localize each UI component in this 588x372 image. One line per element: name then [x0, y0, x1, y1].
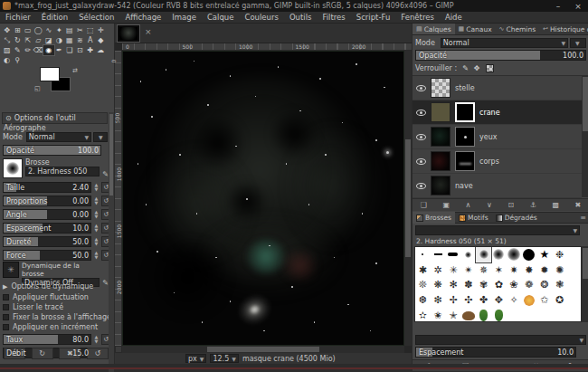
- slider-Angle[interactable]: Angle0.00 ▲▼ ↺: [3, 209, 111, 220]
- brush-swatch[interactable]: ❆: [415, 292, 431, 308]
- tool-cage[interactable]: ▦: [64, 35, 75, 45]
- spin-arrows[interactable]: ▲▼: [93, 335, 100, 344]
- layer-mode-select[interactable]: Normal▼: [441, 38, 568, 48]
- checkbox-row[interactable]: Lisser le tracé: [3, 302, 111, 312]
- slider-Dureté[interactable]: Dureté50.0 ▲▼ ↺: [3, 236, 111, 247]
- layer-thumbnail[interactable]: [431, 102, 450, 122]
- menu-item-sélection[interactable]: Sélection: [73, 13, 119, 22]
- tool-smudge[interactable]: ☁: [96, 45, 107, 55]
- spin-arrows[interactable]: ▲▼: [93, 210, 100, 219]
- new-layer-button[interactable]: ❑: [421, 201, 427, 209]
- checkbox-row[interactable]: Appliquer fluctuation: [3, 292, 111, 302]
- slider-Taux[interactable]: Taux80.0 ▲▼ ↺: [3, 334, 111, 345]
- foreground-color-swatch[interactable]: [40, 67, 60, 81]
- swap-colors-icon[interactable]: ⇄: [72, 67, 78, 74]
- slider-Espacement[interactable]: Espacement10.0 ▲▼ ↺: [3, 223, 111, 234]
- spin-arrows[interactable]: ▲▼: [93, 224, 100, 233]
- tool-move[interactable]: ✥: [2, 25, 13, 35]
- tool-ink[interactable]: ✒: [54, 45, 65, 55]
- layer-row-yeux[interactable]: yeux: [413, 125, 582, 149]
- paint-mode-select[interactable]: Normal▼: [26, 132, 91, 142]
- lower-layer-button[interactable]: ∨: [487, 201, 492, 209]
- brush-swatch[interactable]: ✻: [446, 278, 461, 293]
- layer-row-crane[interactable]: crane: [413, 100, 582, 125]
- tool-select-by-color[interactable]: ▤: [64, 25, 75, 35]
- brush-swatch[interactable]: [522, 292, 537, 308]
- canvas-horizontal-scrollbar[interactable]: [122, 346, 404, 353]
- menu-item-fichier[interactable]: Fichier: [0, 13, 36, 22]
- lock-pixels-icon[interactable]: ✎: [462, 64, 469, 72]
- tool-flip[interactable]: ◑: [54, 35, 65, 45]
- spin-arrows[interactable]: ▲▼: [93, 237, 100, 246]
- brush-swatch[interactable]: ✵: [476, 262, 491, 278]
- tool-dodge-burn[interactable]: ◐: [2, 55, 13, 65]
- image-tab[interactable]: [117, 24, 140, 43]
- edit-dynamics-icon[interactable]: ✎: [102, 279, 109, 287]
- brush-swatch[interactable]: [431, 247, 446, 262]
- slider-Force[interactable]: Force50.0 ▲▼ ↺: [3, 250, 111, 261]
- tool-clone[interactable]: ⊡: [75, 45, 86, 55]
- brush-swatch[interactable]: [446, 247, 461, 262]
- layer-thumbnail[interactable]: [431, 151, 450, 171]
- canvas-vertical-scrollbar[interactable]: [404, 51, 412, 346]
- brush-swatch[interactable]: ✭: [446, 308, 461, 322]
- brush-swatch[interactable]: ✥: [491, 292, 507, 308]
- brush-swatch[interactable]: [491, 308, 507, 322]
- brush-swatch[interactable]: [460, 308, 476, 322]
- tool-free-select[interactable]: ∿: [43, 25, 54, 35]
- close-button[interactable]: ×: [568, 2, 588, 11]
- checkbox-row[interactable]: Appliquer en incrément: [3, 322, 111, 332]
- menu-item-affichage[interactable]: Affichage: [119, 13, 166, 22]
- tool-warp[interactable]: ≋: [75, 35, 86, 45]
- dock-tab-motifs[interactable]: Motifs: [455, 212, 492, 224]
- default-colors-icon[interactable]: ◱: [34, 85, 41, 92]
- visibility-eye-icon[interactable]: [416, 183, 426, 189]
- brush-swatch[interactable]: ✳: [446, 262, 461, 278]
- brush-spacing-slider[interactable]: Espacement 10.0: [415, 347, 576, 358]
- tool-mypaint[interactable]: ❏: [64, 45, 75, 55]
- brush-swatch[interactable]: ❃: [552, 278, 567, 293]
- tool-unified-transform[interactable]: ⤡: [2, 35, 13, 45]
- tool-bucket-fill[interactable]: ◆: [96, 35, 107, 45]
- tool-options-header[interactable]: ⊙ Options de l'outil: [2, 112, 108, 124]
- tool-gradient[interactable]: ▨: [2, 45, 13, 55]
- tool-scissors[interactable]: ✂: [75, 25, 86, 35]
- brush-swatch[interactable]: ✧: [507, 292, 522, 308]
- brush-swatch[interactable]: [415, 247, 431, 262]
- tool-ellipse-select[interactable]: ◯: [33, 25, 44, 35]
- dock-tab-calques[interactable]: ▤Calques: [413, 24, 455, 35]
- menu-item-script-fu[interactable]: Script-Fu: [351, 13, 396, 22]
- tool-shear[interactable]: ▱: [33, 35, 44, 45]
- tool-text[interactable]: A: [85, 35, 96, 45]
- brush-swatch[interactable]: [460, 247, 476, 262]
- tool-scale[interactable]: ⇱: [23, 35, 33, 45]
- brush-tag-input[interactable]: ▼: [415, 335, 586, 345]
- tool-perspective[interactable]: ◪: [43, 35, 54, 45]
- anchor-layer-button[interactable]: ⚓: [530, 201, 536, 209]
- dock-tab-canaux[interactable]: ▦Canaux: [455, 24, 496, 35]
- visibility-eye-icon[interactable]: [416, 110, 426, 116]
- reset-tool-button[interactable]: ↺: [87, 348, 109, 359]
- tool-foreground-select[interactable]: ⬚: [85, 25, 96, 35]
- brush-swatch[interactable]: ✶: [491, 262, 507, 278]
- checkbox[interactable]: [3, 324, 9, 330]
- menu-item-fenêtres[interactable]: Fenêtres: [395, 13, 440, 22]
- brush-swatch[interactable]: ❀: [507, 278, 522, 293]
- minimize-button[interactable]: –: [548, 2, 568, 11]
- layer-row-nave[interactable]: nave: [413, 174, 582, 198]
- zoom-select[interactable]: 12.5▼: [210, 354, 238, 363]
- lock-position-icon[interactable]: ✥: [474, 64, 480, 72]
- brush-swatch[interactable]: ❉: [552, 247, 567, 262]
- tool-crop[interactable]: ✛: [96, 25, 107, 35]
- tool-rect-select[interactable]: ▭: [23, 25, 33, 35]
- raise-layer-button[interactable]: ∧: [466, 201, 471, 209]
- spin-arrows[interactable]: ▲▼: [93, 196, 100, 205]
- menu-item-aide[interactable]: Aide: [440, 13, 468, 22]
- tool-paintbrush[interactable]: ✏: [23, 45, 33, 55]
- layer-row-stelle[interactable]: stelle: [413, 76, 582, 100]
- brush-swatch[interactable]: ✸: [522, 262, 537, 278]
- dock-tab-dégradés[interactable]: Dégradés: [492, 212, 541, 224]
- checkbox[interactable]: [3, 294, 9, 300]
- tab-close-icon[interactable]: ×: [145, 27, 152, 36]
- tool-color-picker[interactable]: ⚲: [13, 55, 24, 65]
